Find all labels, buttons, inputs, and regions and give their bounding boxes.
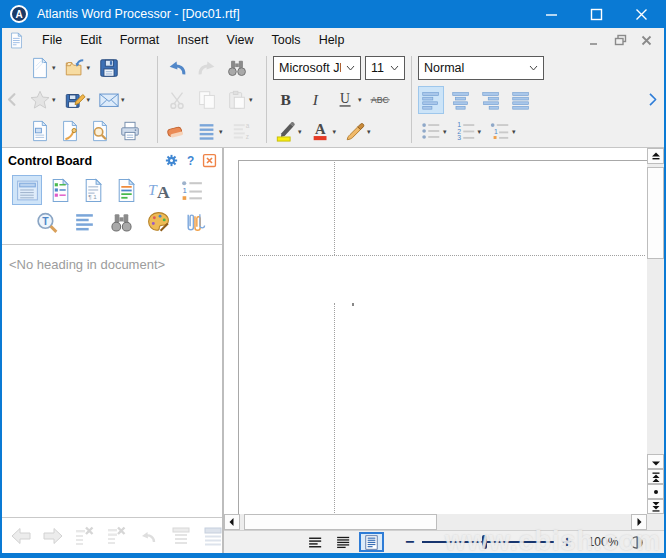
mdi-minimize-button[interactable]: [584, 32, 604, 49]
clipboard-panel-button[interactable]: [27, 117, 53, 145]
zoom-slider-thumb[interactable]: [482, 535, 487, 549]
align-right-button[interactable]: [478, 86, 504, 114]
comments-list-button[interactable]: [45, 175, 75, 205]
dropdown-arrow-icon: ▾: [121, 96, 125, 103]
horizontal-scroll-track[interactable]: [240, 514, 631, 530]
numbered-list-button[interactable]: 123▾: [453, 117, 484, 145]
menu-item-format[interactable]: Format: [111, 30, 169, 50]
view-layout-button[interactable]: [359, 532, 384, 552]
page-left-edge: [238, 160, 239, 514]
browse-object-button[interactable]: [647, 484, 664, 499]
palette-button[interactable]: [143, 207, 173, 237]
scroll-down-button[interactable]: [647, 454, 664, 469]
save-floppy-button[interactable]: [96, 54, 122, 82]
align-left-button[interactable]: [418, 86, 444, 114]
zoom-out-button[interactable]: −: [401, 534, 418, 550]
help-icon[interactable]: ?: [183, 153, 198, 168]
view-draft-button[interactable]: [303, 532, 328, 552]
paragraphs-button[interactable]: [69, 207, 99, 237]
align-center-button[interactable]: [448, 86, 474, 114]
font-size-combo[interactable]: 11: [365, 56, 405, 80]
fonts-ta-button[interactable]: TA: [144, 175, 174, 205]
svg-text:z: z: [245, 133, 248, 140]
open-folder-button[interactable]: ▾: [62, 54, 93, 82]
format-painter-button[interactable]: ▾: [342, 117, 373, 145]
toolbar-separator: [266, 56, 267, 143]
horizontal-scrollbar[interactable]: [224, 514, 664, 530]
document-wrench-icon: [59, 120, 81, 142]
font-color-icon: A: [310, 120, 332, 142]
menu-item-edit[interactable]: Edit: [71, 30, 111, 50]
vertical-scroll-thumb[interactable]: [647, 167, 664, 259]
chevron-down-icon: [524, 65, 543, 71]
vertical-scroll-track[interactable]: [647, 164, 664, 454]
printer-icon: [119, 120, 141, 142]
scroll-up-button[interactable]: [647, 148, 664, 164]
menu-item-help[interactable]: Help: [310, 30, 354, 50]
font-color-button[interactable]: A▾: [308, 117, 339, 145]
gear-icon[interactable]: [164, 153, 179, 168]
toc-pane-2-button: [199, 522, 227, 550]
align-justify-button[interactable]: [508, 86, 534, 114]
zoom-lens-button[interactable]: T: [32, 207, 62, 237]
multilevel-list-button[interactable]: 1▾: [487, 117, 518, 145]
menu-item-insert[interactable]: Insert: [168, 30, 217, 50]
svg-text:3: 3: [457, 134, 461, 141]
new-document-button[interactable]: ▾: [27, 54, 58, 82]
strikethrough-button[interactable]: ABC: [368, 86, 394, 114]
bullet-list-button[interactable]: ▾: [418, 117, 449, 145]
mdi-restore-button[interactable]: [610, 32, 630, 49]
print-preview-button[interactable]: [87, 117, 113, 145]
italic-button[interactable]: I: [303, 86, 329, 114]
menu-item-view[interactable]: View: [218, 30, 263, 50]
bold-button[interactable]: B: [273, 86, 299, 114]
scroll-left-button[interactable]: [224, 514, 240, 530]
binoculars-button[interactable]: [106, 207, 136, 237]
underline-button[interactable]: U▾: [333, 86, 364, 114]
previous-page-button[interactable]: [647, 469, 664, 484]
maximize-button[interactable]: [574, 0, 619, 28]
style-combo[interactable]: Normal: [418, 56, 544, 80]
attachments-button[interactable]: [180, 207, 210, 237]
printer-button[interactable]: [117, 117, 143, 145]
undo-arrow-button[interactable]: [164, 54, 190, 82]
zoom-in-button[interactable]: +: [558, 534, 575, 550]
send-mail-button[interactable]: ▾: [96, 86, 127, 114]
eraser-button[interactable]: [164, 117, 190, 145]
style-value: Normal: [424, 61, 464, 75]
margin-guide-vertical: [334, 303, 335, 513]
fit-page-icon[interactable]: [628, 534, 645, 551]
highlighter-button[interactable]: ▾: [273, 117, 304, 145]
vertical-scrollbar[interactable]: [647, 148, 664, 514]
mdi-close-button[interactable]: [636, 32, 656, 49]
next-page-button[interactable]: [647, 499, 664, 514]
numbered-list-icon: 123: [455, 120, 477, 142]
zoom-slider[interactable]: [422, 541, 554, 543]
document-wrench-button[interactable]: [57, 117, 83, 145]
document-area[interactable]: [224, 148, 664, 514]
menu-item-tools[interactable]: Tools: [262, 30, 309, 50]
save-as-floppy-button[interactable]: ▾: [62, 86, 93, 114]
dropdown-arrow-icon: ▾: [219, 128, 223, 135]
minimize-button[interactable]: [529, 0, 574, 28]
close-panel-icon[interactable]: [202, 153, 217, 168]
line-spacing-button[interactable]: ▾: [194, 117, 225, 145]
binoculars-button[interactable]: [224, 54, 250, 82]
toolbar-overflow-button[interactable]: [640, 52, 664, 147]
align-justify-icon: [510, 89, 532, 111]
sections-page-button[interactable]: ¶ 1: [78, 175, 108, 205]
menu-item-file[interactable]: File: [33, 30, 71, 50]
list-styles-button[interactable]: 1: [177, 175, 207, 205]
font-name-combo[interactable]: Microsoft Jh: [273, 56, 361, 80]
headings-pane-button[interactable]: [12, 175, 42, 205]
text-caret: [352, 303, 354, 306]
dropdown-arrow-icon: ▾: [443, 128, 447, 135]
toolbar-scroll-left-button[interactable]: [2, 52, 22, 147]
paste-clipboard-icon: [226, 89, 248, 111]
view-online-button[interactable]: [331, 532, 356, 552]
horizontal-scroll-thumb[interactable]: [244, 514, 437, 530]
close-button[interactable]: [619, 0, 664, 28]
scroll-right-button[interactable]: [631, 514, 647, 530]
dropdown-arrow-icon: ▾: [333, 128, 337, 135]
fields-page-button[interactable]: [111, 175, 141, 205]
